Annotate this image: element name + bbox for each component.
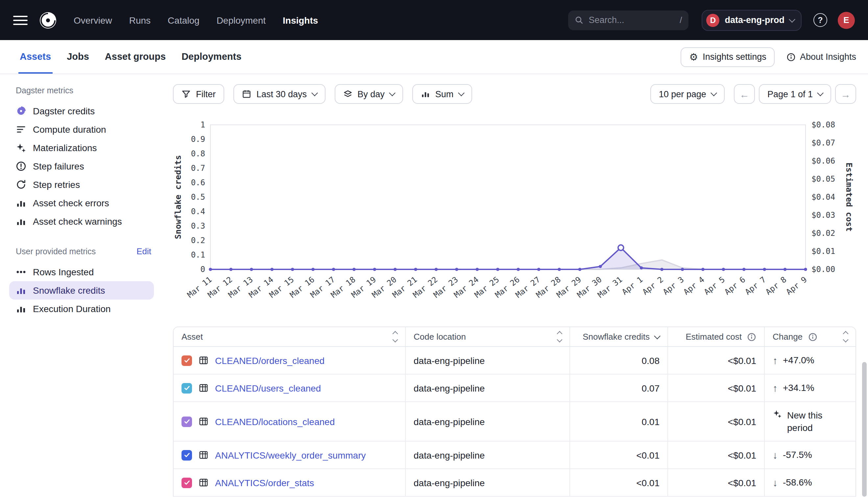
arrow-up-icon: ↑	[773, 382, 778, 394]
change-cell: ↑+34.1%	[764, 375, 855, 402]
sort-icon[interactable]	[844, 332, 847, 342]
dagster-logo-icon	[16, 106, 26, 116]
menu-icon[interactable]	[13, 15, 28, 25]
snowflake-credits-cell: 0.01	[570, 402, 667, 441]
estimated-cost-cell: <$0.01	[667, 469, 764, 496]
sidebar-item-snowflake-credits[interactable]: Snowflake credits	[9, 281, 154, 300]
svg-text:$0.03: $0.03	[812, 211, 835, 220]
tab-assets[interactable]: Assets	[18, 40, 52, 74]
deployment-switcher[interactable]: D data-eng-prod	[702, 10, 802, 30]
snowflake-credits-cell: 0.07	[570, 375, 667, 402]
row-checkbox[interactable]	[181, 477, 192, 488]
per-page-dropdown[interactable]: 10 per page	[650, 84, 725, 104]
sidebar-item-dagster-credits[interactable]: Dagster credits	[9, 102, 154, 120]
line-chart: 00.10.20.30.40.50.60.70.80.91$0.00$0.01$…	[173, 118, 857, 310]
svg-text:Apr 1: Apr 1	[620, 275, 644, 297]
nav-catalog[interactable]: Catalog	[168, 15, 200, 25]
filter-button[interactable]: Filter	[173, 84, 224, 104]
row-checkbox[interactable]	[181, 416, 192, 427]
sort-icon[interactable]	[558, 332, 562, 342]
gear-icon: ⚙	[689, 52, 698, 62]
sidebar-item-step-retries[interactable]: Step retries	[9, 175, 154, 194]
sidebar-item-asset-check-warnings[interactable]: Asset check warnings	[9, 212, 154, 231]
tab-deployments[interactable]: Deployments	[180, 40, 243, 74]
asset-cell: ANALYTICS/weekly_order_summary	[174, 442, 405, 469]
col-snowflake-credits[interactable]: Snowflake credits	[570, 327, 667, 346]
insights-settings-button[interactable]: ⚙ Insights settings	[680, 47, 775, 67]
col-asset[interactable]: Asset	[174, 327, 405, 346]
svg-text:0.6: 0.6	[191, 178, 205, 187]
asset-link[interactable]: CLEANED/orders_cleaned	[215, 355, 324, 366]
sidebar-item-execution-duration[interactable]: Execution Duration	[9, 300, 154, 318]
row-checkbox[interactable]	[181, 450, 192, 460]
svg-text:0.7: 0.7	[191, 163, 205, 173]
search-box[interactable]: /	[569, 10, 689, 30]
sort-icon[interactable]	[393, 332, 397, 342]
scrollbar-thumb[interactable]	[862, 362, 867, 497]
snowflake-credits-cell: 0.08	[570, 347, 667, 374]
sidebar-item-label: Compute duration	[33, 124, 106, 135]
search-input[interactable]	[589, 15, 675, 25]
asset-link[interactable]: CLEANED/users_cleaned	[215, 383, 321, 393]
sidebar-item-materializations[interactable]: Materializations	[9, 139, 154, 157]
table-asset-icon	[199, 477, 208, 487]
snowflake-credits-cell: <0.01	[570, 442, 667, 469]
info-icon	[747, 332, 756, 341]
tab-asset-groups[interactable]: Asset groups	[104, 40, 167, 74]
table-header: Asset Code location Snowflake credits Es…	[174, 327, 855, 347]
aggregation-dropdown[interactable]: Sum	[412, 84, 472, 104]
chevron-down-icon	[311, 90, 318, 96]
next-page-button[interactable]: →	[835, 84, 856, 104]
table-asset-icon	[199, 450, 208, 460]
granularity-dropdown[interactable]: By day	[334, 84, 403, 104]
page-indicator[interactable]: Page 1 of 1	[759, 84, 831, 104]
sidebar-item-step-failures[interactable]: Step failures	[9, 157, 154, 175]
row-checkbox[interactable]	[181, 355, 192, 366]
arrow-left-icon: ←	[739, 88, 749, 100]
sidebar-item-rows-ingested[interactable]: Rows Ingested	[9, 263, 154, 281]
compute-duration-icon	[16, 124, 26, 135]
step-failures-icon	[16, 161, 26, 171]
svg-text:Apr 4: Apr 4	[681, 275, 706, 297]
user-avatar[interactable]: E	[838, 12, 855, 29]
col-change[interactable]: Change	[764, 327, 855, 346]
asset-link[interactable]: ANALYTICS/order_stats	[215, 477, 314, 488]
asset-link[interactable]: ANALYTICS/weekly_order_summary	[215, 450, 366, 460]
about-insights-link[interactable]: About Insights	[787, 52, 856, 62]
dagster-logo[interactable]	[38, 10, 58, 30]
sidebar-item-label: Execution Duration	[33, 303, 111, 314]
nav-insights[interactable]: Insights	[283, 15, 318, 25]
nav-deployment[interactable]: Deployment	[217, 15, 266, 25]
nav-overview[interactable]: Overview	[74, 15, 112, 25]
asset-cell: CLEANED/locations_cleaned	[174, 402, 405, 441]
sidebar-item-asset-check-errors[interactable]: Asset check errors	[9, 194, 154, 212]
sidebar-item-label: Snowflake credits	[33, 285, 105, 296]
materializations-icon	[16, 143, 26, 153]
step-retries-icon	[16, 179, 26, 190]
prev-page-button[interactable]: ←	[734, 84, 755, 104]
snowflake-credits-cell: <0.01	[570, 469, 667, 496]
code-location-cell: data-eng-pipeline	[405, 402, 570, 441]
help-icon[interactable]: ?	[814, 13, 827, 27]
row-checkbox[interactable]	[181, 383, 192, 393]
nav-runs[interactable]: Runs	[129, 15, 151, 25]
date-range-dropdown[interactable]: Last 30 days	[233, 84, 325, 104]
svg-text:Estimated cost: Estimated cost	[844, 162, 854, 232]
svg-text:$0.06: $0.06	[812, 156, 835, 166]
dagster-logo-icon	[38, 10, 58, 30]
chevron-down-icon	[789, 16, 795, 22]
asset-cell: CLEANED/users_cleaned	[174, 375, 405, 402]
svg-text:Apr 5: Apr 5	[702, 275, 727, 297]
svg-text:$0.07: $0.07	[812, 138, 835, 147]
estimated-cost-cell: <$0.01	[667, 375, 764, 402]
sidebar-item-compute-duration[interactable]: Compute duration	[9, 120, 154, 139]
bar-chart-icon	[16, 198, 26, 208]
col-estimated-cost[interactable]: Estimated cost	[667, 327, 764, 346]
edit-user-metrics-link[interactable]: Edit	[137, 246, 151, 256]
asset-link[interactable]: CLEANED/locations_cleaned	[215, 416, 335, 427]
bar-chart-icon	[421, 89, 430, 99]
tab-jobs[interactable]: Jobs	[65, 40, 90, 74]
col-code-location[interactable]: Code location	[405, 327, 570, 346]
svg-text:0.4: 0.4	[191, 207, 205, 216]
sparkle-icon	[773, 409, 782, 419]
